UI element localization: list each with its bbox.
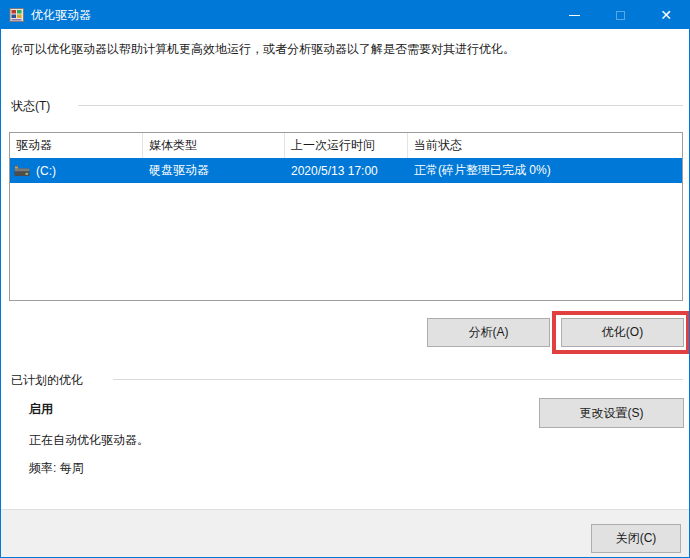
last-run-cell: 2020/5/13 17:00 bbox=[285, 164, 408, 178]
scheduled-separator bbox=[113, 379, 683, 380]
status-section-label: 状态(T) bbox=[11, 98, 50, 115]
scheduled-frequency: 频率: 每周 bbox=[29, 460, 84, 477]
change-settings-button[interactable]: 更改设置(S) bbox=[539, 398, 684, 428]
analyze-button[interactable]: 分析(A) bbox=[427, 318, 550, 347]
drive-cell: (C:) bbox=[10, 163, 143, 179]
maximize-button bbox=[597, 1, 643, 29]
hard-drive-icon bbox=[14, 163, 30, 179]
dialog-footer bbox=[1, 509, 689, 557]
defrag-app-icon bbox=[9, 7, 25, 23]
drive-label: (C:) bbox=[36, 164, 56, 178]
scheduled-state: 启用 bbox=[29, 401, 53, 418]
dialog-description: 你可以优化驱动器以帮助计算机更高效地运行，或者分析驱动器以了解是否需要对其进行优… bbox=[11, 41, 679, 58]
listview-header: 驱动器 媒体类型 上一次运行时间 当前状态 bbox=[10, 133, 682, 158]
column-header-media-type[interactable]: 媒体类型 bbox=[143, 133, 285, 158]
scheduled-section-label: 已计划的优化 bbox=[11, 372, 83, 389]
optimize-drives-dialog: 优化驱动器 ✕ 你可以优化驱动器以帮助计算机更高效地运行，或者分析驱动器以了解是… bbox=[0, 0, 690, 558]
close-dialog-button[interactable]: 关闭(C) bbox=[591, 524, 681, 553]
titlebar: 优化驱动器 ✕ bbox=[1, 1, 689, 29]
optimize-button[interactable]: 优化(O) bbox=[561, 318, 684, 347]
window-controls: ✕ bbox=[551, 1, 689, 29]
column-header-current-status[interactable]: 当前状态 bbox=[408, 133, 682, 158]
table-row-drive-c[interactable]: (C:) 硬盘驱动器 2020/5/13 17:00 正常(碎片整理已完成 0%… bbox=[10, 158, 682, 183]
close-window-button[interactable]: ✕ bbox=[643, 1, 689, 29]
media-type-cell: 硬盘驱动器 bbox=[143, 162, 285, 179]
status-separator bbox=[78, 105, 683, 106]
minimize-button[interactable] bbox=[551, 1, 597, 29]
drives-listview[interactable]: 驱动器 媒体类型 上一次运行时间 当前状态 (C:) 硬盘驱动器 2020/5/… bbox=[9, 132, 683, 301]
current-status-cell: 正常(碎片整理已完成 0%) bbox=[408, 162, 682, 179]
scheduled-description: 正在自动优化驱动器。 bbox=[29, 432, 149, 449]
column-header-drive[interactable]: 驱动器 bbox=[10, 133, 143, 158]
window-title: 优化驱动器 bbox=[31, 7, 91, 24]
column-header-last-run[interactable]: 上一次运行时间 bbox=[285, 133, 408, 158]
